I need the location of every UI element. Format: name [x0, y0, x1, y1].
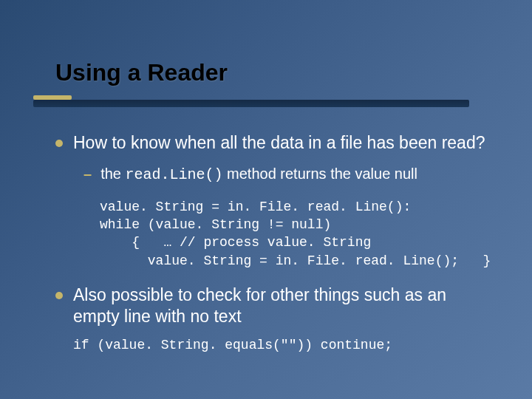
- sub-bullet-1: – the read.Line() method returns the val…: [83, 164, 488, 185]
- code-block-1: value. String = in. File. read. Line(): …: [100, 198, 488, 270]
- sub-text-part1: the: [100, 166, 125, 182]
- bullet-2-text: Also possible to check for other things …: [73, 284, 488, 327]
- sub-text-part2: method returns the value null: [223, 166, 418, 182]
- sub-bullet-1-text: the read.Line() method returns the value…: [100, 164, 417, 185]
- code-block-2: if (value. String. equals("")) continue;: [73, 337, 488, 354]
- bullet-dot-icon: [55, 292, 63, 299]
- title-underline: [33, 95, 469, 110]
- bullet-1: How to know when all the data in a file …: [55, 132, 488, 154]
- underline-accent: [33, 95, 72, 100]
- bullet-1-text: How to know when all the data in a file …: [73, 132, 485, 154]
- underline-dark: [33, 100, 469, 107]
- content-area: How to know when all the data in a file …: [0, 110, 532, 355]
- dash-icon: –: [83, 164, 92, 183]
- sub-text-code: read.Line(): [125, 166, 222, 183]
- title-area: Using a Reader: [0, 0, 532, 110]
- slide-title: Using a Reader: [55, 59, 532, 86]
- slide: Using a Reader How to know when all the …: [0, 0, 532, 399]
- bullet-2: Also possible to check for other things …: [55, 284, 488, 327]
- bullet-dot-icon: [55, 140, 63, 147]
